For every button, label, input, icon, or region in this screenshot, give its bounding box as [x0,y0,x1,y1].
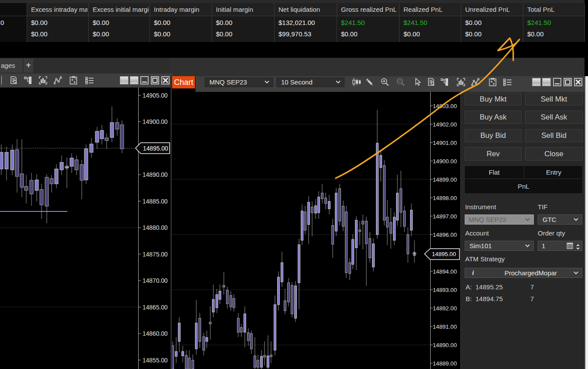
svg-text:14897.00: 14897.00 [433,213,457,220]
svg-text:14893.00: 14893.00 [433,287,457,293]
svg-text:14880.00: 14880.00 [143,225,168,231]
svg-text:14890.00: 14890.00 [143,172,168,178]
svg-text:14892.00: 14892.00 [433,305,457,312]
svg-text:14900.00: 14900.00 [143,119,168,125]
svg-text:14870.00: 14870.00 [143,278,168,284]
svg-text:14902.00: 14902.00 [433,121,457,128]
svg-text:14900.00: 14900.00 [433,158,457,165]
svg-text:14865.00: 14865.00 [143,304,168,311]
svg-text:14895.00: 14895.00 [143,145,168,152]
svg-text:14860.00: 14860.00 [143,330,168,337]
svg-text:14895.00: 14895.00 [432,251,456,257]
svg-text:14889.00: 14889.00 [433,360,457,367]
svg-text:14890.00: 14890.00 [433,342,457,348]
svg-text:14855.00: 14855.00 [143,357,168,364]
svg-text:14896.00: 14896.00 [433,232,457,238]
svg-text:14894.00: 14894.00 [433,268,457,275]
svg-text:14899.00: 14899.00 [433,176,457,183]
svg-text:14905.00: 14905.00 [143,92,168,99]
svg-text:14901.00: 14901.00 [433,140,457,146]
svg-text:14903.00: 14903.00 [433,103,457,109]
svg-text:14875.00: 14875.00 [143,251,168,258]
svg-text:14898.00: 14898.00 [433,195,457,201]
svg-text:14891.00: 14891.00 [433,323,457,330]
svg-text:14885.00: 14885.00 [143,198,168,205]
